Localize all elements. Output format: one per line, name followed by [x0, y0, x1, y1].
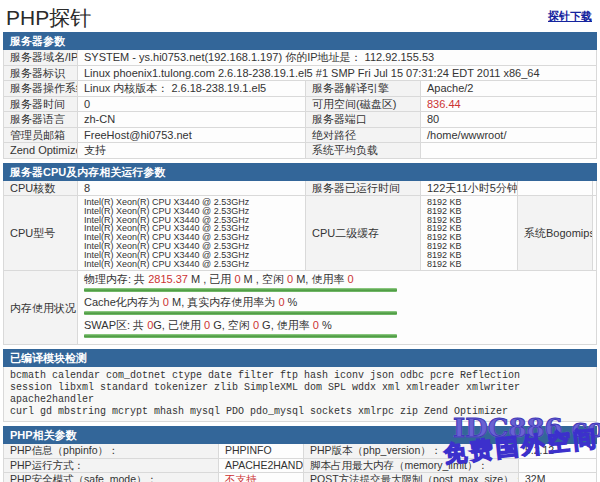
value-disk-free: 836.44 — [421, 96, 597, 112]
value-phpinfo: PHPINFO — [219, 444, 304, 459]
table-row: 服务器时间 0 可用空间(磁盘区) 836.44 — [4, 96, 597, 112]
section-modules: 已编译模块检测 bcmath calendar com_dotnet ctype… — [3, 349, 597, 422]
label-safe-mode: PHP安全模式（safe_mode）： — [4, 473, 219, 482]
table-row: 服务器标识 Linux phoenix1.tulong.com 2.6.18-2… — [4, 65, 597, 81]
label-cpu-cores: CPU核数 — [4, 180, 78, 196]
section-title-cpu-memory: 服务器CPU及内存相关运行参数 — [4, 163, 597, 180]
label-load-avg: 系统平均负载 — [306, 143, 421, 159]
label-server-engine: 服务器解译引擎 — [306, 81, 421, 97]
table-row: 服务器语言 zh-CN 服务器端口 80 — [4, 112, 597, 128]
value-memory-limit — [519, 458, 597, 473]
section-title-php-params: PHP相关参数 — [4, 427, 597, 444]
label-abs-path: 绝对路径 — [306, 127, 421, 143]
table-row: PHP信息（phpinfo）： PHPINFO PHP版本（php_versio… — [4, 444, 597, 459]
swap-line: SWAP区: 共 0G, 已使用 0 G, 空闲 0 G, 使用率 0 % — [84, 319, 590, 332]
label-memory-limit: 脚本占用最大内存（memory_limit）： — [304, 458, 519, 473]
value-server-os: Linux 内核版本： 2.6.18-238.19.1.el5 — [78, 81, 306, 97]
value-server-time: 0 — [78, 96, 306, 112]
value-php-sapi: APACHE2HANDLER — [219, 458, 304, 473]
value-admin-mail: FreeHost@hi0753.net — [78, 127, 306, 143]
table-row: Zend Optimizer 支持 系统平均负载 — [4, 143, 597, 159]
table-row: CPU核数 8 服务器已运行时间 122天11小时5分钟 — [4, 180, 597, 196]
label-php-version: PHP版本（php_version）： — [304, 444, 519, 459]
label-admin-mail: 管理员邮箱 — [4, 127, 78, 143]
memory-usage-cell: 物理内存: 共 2815.37 M , 已用 0 M , 空闲 0 M, 使用率… — [78, 271, 597, 345]
label-server-lang: 服务器语言 — [4, 112, 78, 128]
section-cpu-memory: 服务器CPU及内存相关运行参数 CPU核数 8 服务器已运行时间 122天11小… — [3, 163, 597, 346]
physical-memory-progress-bar — [84, 288, 397, 292]
table-row: PHP安全模式（safe_mode）： 不支持 POST方法提交最大限制（pos… — [4, 473, 597, 482]
swap-progress-bar — [84, 334, 397, 338]
value-php-version: 5.2.12 — [519, 444, 597, 459]
table-row: bcmath calendar com_dotnet ctype date fi… — [4, 367, 597, 422]
label-post-max-size: POST方法提交最大限制（post_max_size）： — [304, 473, 519, 482]
value-server-port: 80 — [421, 112, 597, 128]
cache-memory-line: Cache化内存为 0 M, 真实内存使用率为 0 % — [84, 296, 590, 309]
cache-memory-progress-bar — [84, 311, 397, 315]
label-server-os: 服务器操作系统 — [4, 81, 78, 97]
label-memory-usage: 内存使用状况 — [4, 271, 78, 345]
value-abs-path: /home/wwwroot/ — [421, 127, 597, 143]
physical-memory-line: 物理内存: 共 2815.37 M , 已用 0 M , 空闲 0 M, 使用率… — [84, 273, 590, 286]
probe-download-link[interactable]: 探针下载 — [548, 9, 592, 24]
value-server-ident: Linux phoenix1.tulong.com 2.6.18-238.19.… — [78, 65, 597, 81]
empty-cell — [518, 180, 593, 196]
page-title: PHP探针 — [6, 4, 91, 32]
label-server-time: 服务器时间 — [4, 96, 78, 112]
value-uptime: 122天11小时5分钟 — [421, 180, 518, 196]
table-row: 内存使用状况 物理内存: 共 2815.37 M , 已用 0 M , 空闲 0… — [4, 271, 597, 345]
table-row: PHP运行方式： APACHE2HANDLER 脚本占用最大内存（memory_… — [4, 458, 597, 473]
table-row: 服务器域名/IP地址 SYSTEM - ys.hi0753.net(192.16… — [4, 50, 597, 66]
value-server-engine: Apache/2 — [421, 81, 597, 97]
table-row: 管理员邮箱 FreeHost@hi0753.net 绝对路径 /home/www… — [4, 127, 597, 143]
label-server-port: 服务器端口 — [306, 112, 421, 128]
empty-cell — [593, 180, 597, 196]
section-php-params: PHP相关参数 PHP信息（phpinfo）： PHPINFO PHP版本（ph… — [3, 426, 597, 482]
value-server-domain: SYSTEM - ys.hi0753.net(192.168.1.197) 你的… — [78, 50, 597, 66]
label-cpu-l2cache: CPU二级缓存 — [306, 196, 421, 271]
value-cpu-l2cache-lines: 8192 KB 8192 KB 8192 KB 8192 KB 8192 KB … — [427, 198, 511, 268]
section-title-modules: 已编译模块检测 — [4, 350, 597, 367]
page-header: PHP探针 探针下载 — [0, 0, 600, 32]
label-disk-free: 可用空间(磁盘区) — [306, 96, 421, 112]
table-row: 服务器操作系统 Linux 内核版本： 2.6.18-238.19.1.el5 … — [4, 81, 597, 97]
value-load-avg — [421, 143, 597, 159]
label-server-ident: 服务器标识 — [4, 65, 78, 81]
value-safe-mode: 不支持 — [219, 473, 304, 482]
label-cpu-model: CPU型号 — [4, 196, 78, 271]
value-server-lang: zh-CN — [78, 112, 306, 128]
label-uptime: 服务器已运行时间 — [306, 180, 421, 196]
label-phpinfo: PHP信息（phpinfo）： — [4, 444, 219, 459]
label-zend: Zend Optimizer — [4, 143, 78, 159]
value-zend: 支持 — [78, 143, 306, 159]
table-row: CPU型号 Intel(R) Xeon(R) CPU X3440 @ 2.53G… — [4, 196, 597, 271]
section-server-params: 服务器参数 服务器域名/IP地址 SYSTEM - ys.hi0753.net(… — [3, 32, 597, 159]
value-post-max-size: 32M — [519, 473, 597, 482]
label-php-sapi: PHP运行方式： — [4, 458, 219, 473]
modules-list: bcmath calendar com_dotnet ctype date fi… — [4, 367, 597, 422]
section-title-server-params: 服务器参数 — [4, 33, 597, 50]
value-cpu-cores: 8 — [78, 180, 306, 196]
value-bogomips — [593, 196, 597, 271]
label-bogomips: 系统Bogomips — [518, 196, 593, 271]
value-cpu-model-lines: Intel(R) Xeon(R) CPU X3440 @ 2.53GHz Int… — [84, 198, 299, 268]
label-server-domain: 服务器域名/IP地址 — [4, 50, 78, 66]
